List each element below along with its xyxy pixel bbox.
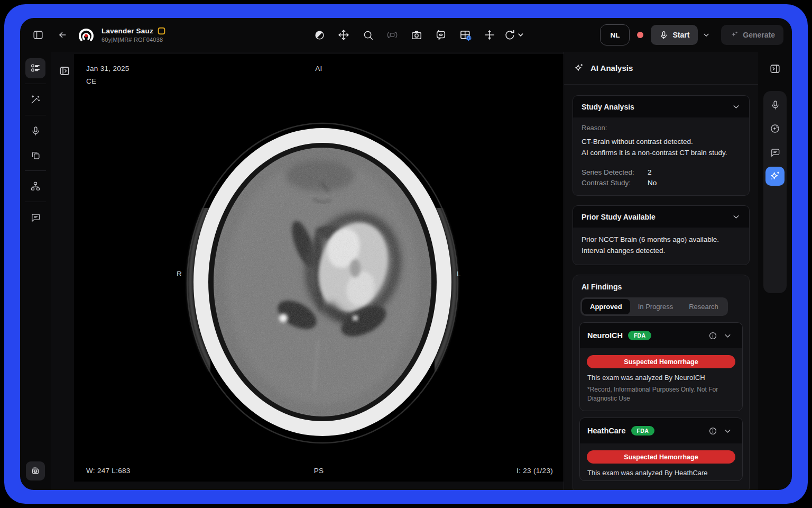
collapse-right-panel-button[interactable] bbox=[765, 59, 785, 78]
generate-button[interactable]: Generate bbox=[721, 25, 783, 45]
wand-icon bbox=[30, 94, 41, 105]
message-icon bbox=[31, 213, 41, 223]
ct-image[interactable]: Jan 31, 2025 CE AI R L W: 247 L:683 PS I… bbox=[74, 54, 564, 482]
fda-badge: FDA bbox=[628, 331, 651, 340]
arrow-left-icon bbox=[57, 30, 68, 40]
rail-hierarchy-button[interactable] bbox=[25, 176, 45, 196]
rail-chat-button[interactable] bbox=[765, 143, 785, 162]
mic-icon bbox=[659, 31, 668, 40]
info-button[interactable] bbox=[705, 328, 720, 343]
open-left-panel-button[interactable] bbox=[55, 61, 74, 80]
reason-line: AI confirms it is a non-contrast CT brai… bbox=[582, 147, 741, 158]
rail-voice-button[interactable] bbox=[765, 95, 785, 114]
ai-chat-tool-button[interactable] bbox=[431, 25, 451, 45]
info-button[interactable] bbox=[705, 423, 720, 438]
ai-panel-title: AI Analysis bbox=[590, 64, 633, 72]
prior-study-line: Prior NCCT Brain (6 months ago) availabl… bbox=[582, 234, 741, 245]
finding-card-header[interactable]: HeathCare FDA bbox=[580, 418, 742, 443]
panel-left-icon bbox=[32, 29, 44, 41]
mic-icon bbox=[31, 126, 41, 136]
contrast-study-label: Contrast Study: bbox=[582, 179, 648, 187]
contrast-tool-button[interactable] bbox=[309, 25, 329, 45]
analyzed-by-text: This exam was analyzed By NeuroICH bbox=[587, 374, 735, 382]
screenshot-tool-button[interactable] bbox=[407, 25, 427, 45]
rotate-3d-tool-button[interactable] bbox=[382, 25, 402, 45]
rail-compare-button[interactable] bbox=[25, 145, 45, 165]
overlay-left-marker: L bbox=[457, 270, 461, 278]
rail-dictation-button[interactable] bbox=[25, 121, 45, 141]
copy-icon bbox=[31, 150, 41, 160]
hemorrhage-alert-banner: Suspected Hemorrhage bbox=[587, 450, 735, 464]
contrast-study-row: Contrast Study: No bbox=[582, 179, 741, 187]
screen: Lavender Sauz 60y|M|MR# RGF04038 bbox=[0, 0, 812, 508]
rail-divider bbox=[25, 202, 46, 202]
viewer-toolbar bbox=[309, 18, 524, 52]
prior-study-header[interactable]: Prior Study Available bbox=[573, 206, 749, 228]
ai-sparkle-icon bbox=[574, 63, 584, 74]
finding-card-neuroich: NeuroICH FDA Suspected Hemorrhage This e bbox=[579, 322, 743, 411]
pan-tool-button[interactable] bbox=[334, 25, 354, 45]
ai-panel-content: Study Analysis Reason: CT-Brain without … bbox=[564, 85, 758, 490]
study-analysis-title: Study Analysis bbox=[582, 103, 634, 111]
prior-study-line: Interval changes detected. bbox=[582, 245, 741, 256]
series-detected-value: 2 bbox=[648, 168, 652, 176]
app-window: Lavender Sauz 60y|M|MR# RGF04038 bbox=[20, 18, 792, 490]
ct-brain-graphic bbox=[185, 118, 460, 446]
history-sparkle-icon bbox=[770, 123, 780, 134]
rail-ai-history-button[interactable] bbox=[765, 119, 785, 138]
finding-card-header[interactable]: NeuroICH FDA bbox=[580, 323, 742, 348]
ai-sparkle-icon bbox=[769, 170, 781, 182]
contrast-study-value: No bbox=[648, 179, 657, 187]
collapse-button[interactable] bbox=[720, 423, 735, 438]
topbar-left: Lavender Sauz 60y|M|MR# RGF04038 bbox=[29, 25, 165, 44]
analyzed-by-text: This exam was analyzed By HeathCare bbox=[587, 469, 735, 477]
ai-findings-title: AI Findings bbox=[582, 283, 741, 291]
sparkle-icon bbox=[730, 31, 739, 40]
reset-view-tool-button[interactable] bbox=[504, 25, 524, 45]
assistant-robot-button[interactable] bbox=[26, 461, 45, 480]
ai-panel-header: AI Analysis bbox=[564, 52, 758, 85]
tab-research[interactable]: Research bbox=[681, 299, 726, 314]
right-rail-group bbox=[763, 91, 787, 293]
vendor-name: NeuroICH bbox=[587, 331, 623, 340]
zoom-tool-button[interactable] bbox=[358, 25, 378, 45]
overlay-ai-label: AI bbox=[74, 65, 564, 72]
chevron-down-icon bbox=[702, 31, 710, 39]
hemorrhage-alert-banner: Suspected Hemorrhage bbox=[587, 355, 735, 368]
patient-name: Lavender Sauz bbox=[102, 27, 153, 35]
sidebar-toggle-button[interactable] bbox=[29, 25, 48, 44]
generate-label: Generate bbox=[743, 31, 775, 39]
series-detected-row: Series Detected: 2 bbox=[582, 168, 741, 176]
prior-study-title: Prior Study Available bbox=[582, 213, 656, 221]
study-square-icon[interactable] bbox=[158, 27, 165, 35]
patient-meta: 60y|M|MR# RGF04038 bbox=[102, 37, 165, 43]
start-button[interactable]: Start bbox=[651, 25, 698, 45]
rail-study-list-button[interactable] bbox=[25, 58, 45, 78]
crosshair-tool-button[interactable] bbox=[479, 25, 500, 45]
nl-button[interactable]: NL bbox=[600, 24, 630, 46]
study-analysis-body: Reason: CT-Brain without contrast detect… bbox=[573, 117, 749, 195]
tab-in-progress[interactable]: In Progress bbox=[630, 299, 681, 314]
rail-ai-analysis-button[interactable] bbox=[765, 167, 785, 186]
rail-divider bbox=[25, 84, 46, 84]
topbar: Lavender Sauz 60y|M|MR# RGF04038 bbox=[20, 18, 792, 52]
rail-divider bbox=[25, 115, 46, 115]
finding-card-heathcare: HeathCare FDA Suspected Hemorrhage This bbox=[579, 418, 743, 481]
tab-approved[interactable]: Approved bbox=[582, 299, 630, 314]
prior-study-card: Prior Study Available Prior NCCT Brain (… bbox=[573, 205, 750, 265]
mic-icon bbox=[770, 100, 780, 110]
start-dropdown-button[interactable] bbox=[699, 25, 714, 45]
rail-divider bbox=[25, 170, 46, 171]
rail-magic-tools-button[interactable] bbox=[25, 89, 45, 110]
app-body: Jan 31, 2025 CE AI R L W: 247 L:683 PS I… bbox=[20, 52, 792, 490]
collapse-button[interactable] bbox=[720, 328, 735, 343]
layout-settings-tool-button[interactable] bbox=[455, 25, 475, 45]
study-analysis-card: Study Analysis Reason: CT-Brain without … bbox=[573, 95, 750, 196]
topbar-right: NL Start Generate bbox=[600, 24, 783, 46]
study-analysis-header[interactable]: Study Analysis bbox=[573, 96, 749, 117]
back-button[interactable] bbox=[53, 25, 72, 44]
overlay-right-marker: R bbox=[177, 270, 182, 278]
app-logo-icon bbox=[77, 26, 95, 44]
rail-comments-button[interactable] bbox=[25, 207, 45, 228]
overlay-slice-counter: I: 23 (1/23) bbox=[516, 467, 553, 475]
